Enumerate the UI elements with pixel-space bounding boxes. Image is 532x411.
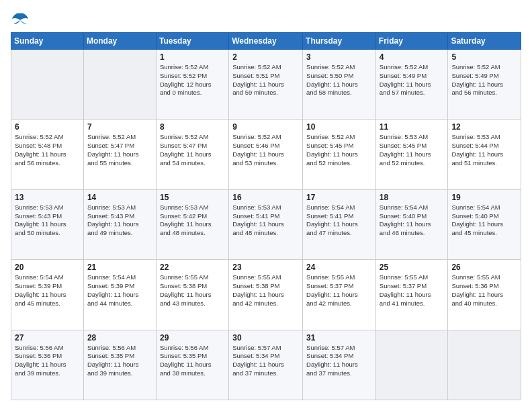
day-info: Sunrise: 5:55 AM Sunset: 5:38 PM Dayligh…: [232, 273, 299, 308]
calendar-cell: 6Sunrise: 5:52 AM Sunset: 5:48 PM Daylig…: [11, 120, 84, 189]
calendar-table: SundayMondayTuesdayWednesdayThursdayFrid…: [11, 32, 521, 400]
day-info: Sunrise: 5:53 AM Sunset: 5:43 PM Dayligh…: [15, 203, 80, 238]
calendar-cell: 17Sunrise: 5:54 AM Sunset: 5:41 PM Dayli…: [303, 189, 376, 259]
calendar-cell: 21Sunrise: 5:54 AM Sunset: 5:39 PM Dayli…: [83, 260, 156, 330]
day-info: Sunrise: 5:52 AM Sunset: 5:46 PM Dayligh…: [232, 133, 299, 167]
day-info: Sunrise: 5:52 AM Sunset: 5:52 PM Dayligh…: [160, 63, 225, 97]
logo: [11, 11, 32, 26]
day-info: Sunrise: 5:54 AM Sunset: 5:39 PM Dayligh…: [15, 273, 80, 308]
day-info: Sunrise: 5:52 AM Sunset: 5:51 PM Dayligh…: [232, 63, 299, 97]
weekday-header-sunday: Sunday: [11, 33, 84, 50]
calendar-cell: [11, 50, 84, 120]
logo-bird-icon: [11, 11, 30, 26]
calendar-cell: 29Sunrise: 5:56 AM Sunset: 5:35 PM Dayli…: [156, 330, 228, 400]
day-number: 31: [306, 333, 372, 342]
calendar-cell: 1Sunrise: 5:52 AM Sunset: 5:52 PM Daylig…: [156, 50, 228, 120]
week-row-1: 1Sunrise: 5:52 AM Sunset: 5:52 PM Daylig…: [11, 50, 521, 120]
day-number: 30: [232, 333, 299, 342]
calendar-cell: 25Sunrise: 5:55 AM Sunset: 5:37 PM Dayli…: [375, 260, 448, 330]
header: [11, 11, 521, 26]
day-number: 1: [160, 52, 225, 62]
day-info: Sunrise: 5:53 AM Sunset: 5:45 PM Dayligh…: [380, 133, 445, 167]
page: SundayMondayTuesdayWednesdayThursdayFrid…: [0, 0, 532, 411]
week-row-2: 6Sunrise: 5:52 AM Sunset: 5:48 PM Daylig…: [11, 120, 521, 189]
weekday-header-saturday: Saturday: [448, 33, 521, 50]
day-info: Sunrise: 5:53 AM Sunset: 5:42 PM Dayligh…: [160, 203, 225, 238]
day-info: Sunrise: 5:57 AM Sunset: 5:34 PM Dayligh…: [232, 344, 299, 378]
calendar-cell: 7Sunrise: 5:52 AM Sunset: 5:47 PM Daylig…: [83, 120, 156, 189]
weekday-header-thursday: Thursday: [303, 33, 376, 50]
calendar-cell: 27Sunrise: 5:56 AM Sunset: 5:36 PM Dayli…: [11, 330, 84, 400]
calendar-cell: 3Sunrise: 5:52 AM Sunset: 5:50 PM Daylig…: [303, 50, 376, 120]
day-info: Sunrise: 5:55 AM Sunset: 5:37 PM Dayligh…: [306, 273, 372, 308]
day-info: Sunrise: 5:52 AM Sunset: 5:49 PM Dayligh…: [451, 63, 517, 97]
day-info: Sunrise: 5:55 AM Sunset: 5:36 PM Dayligh…: [451, 273, 517, 308]
day-info: Sunrise: 5:53 AM Sunset: 5:41 PM Dayligh…: [232, 203, 299, 238]
day-number: 10: [306, 122, 372, 132]
weekday-header-tuesday: Tuesday: [156, 33, 228, 50]
calendar-cell: 20Sunrise: 5:54 AM Sunset: 5:39 PM Dayli…: [11, 260, 84, 330]
weekday-header-row: SundayMondayTuesdayWednesdayThursdayFrid…: [11, 33, 521, 50]
day-number: 6: [15, 122, 80, 132]
day-info: Sunrise: 5:52 AM Sunset: 5:45 PM Dayligh…: [306, 133, 372, 167]
day-number: 13: [15, 193, 80, 202]
calendar-cell: 19Sunrise: 5:54 AM Sunset: 5:40 PM Dayli…: [448, 189, 521, 259]
calendar-cell: 9Sunrise: 5:52 AM Sunset: 5:46 PM Daylig…: [229, 120, 303, 189]
day-number: 16: [232, 193, 299, 202]
day-number: 2: [232, 52, 299, 62]
day-number: 29: [160, 333, 225, 342]
calendar-cell: 12Sunrise: 5:53 AM Sunset: 5:44 PM Dayli…: [448, 120, 521, 189]
day-info: Sunrise: 5:54 AM Sunset: 5:41 PM Dayligh…: [306, 203, 372, 238]
calendar-cell: 4Sunrise: 5:52 AM Sunset: 5:49 PM Daylig…: [375, 50, 448, 120]
calendar-cell: 14Sunrise: 5:53 AM Sunset: 5:43 PM Dayli…: [83, 189, 156, 259]
day-number: 17: [306, 193, 372, 202]
weekday-header-monday: Monday: [83, 33, 156, 50]
day-number: 27: [15, 333, 80, 342]
day-info: Sunrise: 5:52 AM Sunset: 5:49 PM Dayligh…: [380, 63, 445, 97]
calendar-cell: 11Sunrise: 5:53 AM Sunset: 5:45 PM Dayli…: [375, 120, 448, 189]
day-number: 26: [451, 263, 517, 272]
calendar-cell: 30Sunrise: 5:57 AM Sunset: 5:34 PM Dayli…: [229, 330, 303, 400]
day-number: 7: [87, 122, 152, 132]
day-info: Sunrise: 5:54 AM Sunset: 5:39 PM Dayligh…: [87, 273, 152, 308]
day-number: 25: [380, 263, 445, 272]
day-number: 18: [380, 193, 445, 202]
calendar-cell: 24Sunrise: 5:55 AM Sunset: 5:37 PM Dayli…: [303, 260, 376, 330]
day-info: Sunrise: 5:54 AM Sunset: 5:40 PM Dayligh…: [451, 203, 517, 238]
calendar-cell: 31Sunrise: 5:57 AM Sunset: 5:34 PM Dayli…: [303, 330, 376, 400]
calendar-cell: 22Sunrise: 5:55 AM Sunset: 5:38 PM Dayli…: [156, 260, 228, 330]
day-info: Sunrise: 5:52 AM Sunset: 5:47 PM Dayligh…: [87, 133, 152, 167]
day-number: 12: [451, 122, 517, 132]
day-info: Sunrise: 5:53 AM Sunset: 5:43 PM Dayligh…: [87, 203, 152, 238]
day-number: 14: [87, 193, 152, 202]
calendar-cell: 5Sunrise: 5:52 AM Sunset: 5:49 PM Daylig…: [448, 50, 521, 120]
day-info: Sunrise: 5:54 AM Sunset: 5:40 PM Dayligh…: [380, 203, 445, 238]
calendar-cell: [83, 50, 156, 120]
calendar-cell: 15Sunrise: 5:53 AM Sunset: 5:42 PM Dayli…: [156, 189, 228, 259]
calendar-cell: 2Sunrise: 5:52 AM Sunset: 5:51 PM Daylig…: [229, 50, 303, 120]
day-info: Sunrise: 5:56 AM Sunset: 5:35 PM Dayligh…: [160, 344, 225, 378]
day-number: 20: [15, 263, 80, 272]
calendar-cell: 18Sunrise: 5:54 AM Sunset: 5:40 PM Dayli…: [375, 189, 448, 259]
calendar-cell: 13Sunrise: 5:53 AM Sunset: 5:43 PM Dayli…: [11, 189, 84, 259]
calendar-cell: [448, 330, 521, 400]
calendar-cell: 16Sunrise: 5:53 AM Sunset: 5:41 PM Dayli…: [229, 189, 303, 259]
calendar-cell: 28Sunrise: 5:56 AM Sunset: 5:35 PM Dayli…: [83, 330, 156, 400]
day-info: Sunrise: 5:55 AM Sunset: 5:38 PM Dayligh…: [160, 273, 225, 308]
week-row-5: 27Sunrise: 5:56 AM Sunset: 5:36 PM Dayli…: [11, 330, 521, 400]
day-info: Sunrise: 5:52 AM Sunset: 5:50 PM Dayligh…: [306, 63, 372, 97]
day-number: 19: [451, 193, 517, 202]
day-info: Sunrise: 5:56 AM Sunset: 5:36 PM Dayligh…: [15, 344, 80, 378]
day-info: Sunrise: 5:56 AM Sunset: 5:35 PM Dayligh…: [87, 344, 152, 378]
day-info: Sunrise: 5:53 AM Sunset: 5:44 PM Dayligh…: [451, 133, 517, 167]
calendar-cell: 26Sunrise: 5:55 AM Sunset: 5:36 PM Dayli…: [448, 260, 521, 330]
day-info: Sunrise: 5:57 AM Sunset: 5:34 PM Dayligh…: [306, 344, 372, 378]
day-number: 21: [87, 263, 152, 272]
day-info: Sunrise: 5:52 AM Sunset: 5:48 PM Dayligh…: [15, 133, 80, 167]
day-info: Sunrise: 5:55 AM Sunset: 5:37 PM Dayligh…: [380, 273, 445, 308]
week-row-3: 13Sunrise: 5:53 AM Sunset: 5:43 PM Dayli…: [11, 189, 521, 259]
calendar-cell: 8Sunrise: 5:52 AM Sunset: 5:47 PM Daylig…: [156, 120, 228, 189]
day-number: 3: [306, 52, 372, 62]
day-number: 22: [160, 263, 225, 272]
week-row-4: 20Sunrise: 5:54 AM Sunset: 5:39 PM Dayli…: [11, 260, 521, 330]
